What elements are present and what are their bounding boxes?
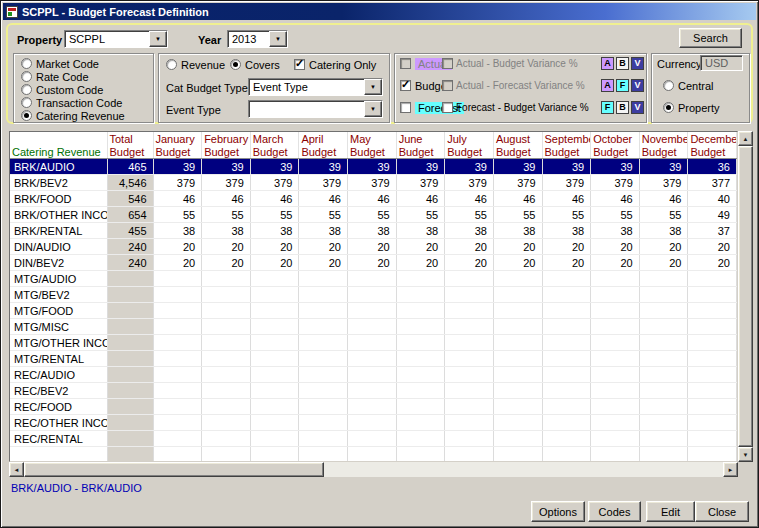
cell[interactable]: 20 <box>445 239 494 255</box>
cell[interactable] <box>542 303 591 319</box>
cell[interactable] <box>639 303 688 319</box>
cell[interactable] <box>348 351 397 367</box>
cell[interactable] <box>688 303 737 319</box>
checkbox-forecast-budget-variance[interactable]: Forecast - Budget Variance % FBV <box>442 101 644 114</box>
cell[interactable]: 455 <box>107 223 153 239</box>
cell[interactable] <box>153 415 202 431</box>
property-dropdown-button[interactable]: ▼ <box>149 31 167 47</box>
cell[interactable] <box>493 319 542 335</box>
row-label[interactable]: BRK/FOOD <box>10 191 107 207</box>
cell[interactable] <box>639 351 688 367</box>
cell[interactable] <box>445 319 494 335</box>
scroll-up-button[interactable]: ▲ <box>738 131 753 146</box>
cell[interactable]: 20 <box>348 255 397 271</box>
cell[interactable]: 46 <box>493 191 542 207</box>
cell[interactable]: 39 <box>445 159 494 175</box>
cell[interactable]: 379 <box>250 175 299 191</box>
cell[interactable] <box>445 271 494 287</box>
cell[interactable]: 20 <box>591 255 640 271</box>
cell[interactable] <box>348 319 397 335</box>
cell[interactable] <box>153 271 202 287</box>
cell[interactable]: 38 <box>202 223 251 239</box>
cell[interactable]: 55 <box>591 207 640 223</box>
cell[interactable] <box>107 383 153 399</box>
cell[interactable] <box>493 399 542 415</box>
radio-custom-code[interactable]: Custom Code <box>21 83 103 96</box>
cell[interactable]: 38 <box>299 223 348 239</box>
cell[interactable] <box>202 303 251 319</box>
cell[interactable] <box>396 383 445 399</box>
cell[interactable] <box>591 271 640 287</box>
horizontal-scroll-thumb[interactable] <box>24 462 324 477</box>
cell[interactable] <box>348 271 397 287</box>
row-label[interactable]: REC/BEV2 <box>10 383 107 399</box>
cell[interactable]: 46 <box>250 191 299 207</box>
cell[interactable] <box>250 335 299 351</box>
cell[interactable]: 465 <box>107 159 153 175</box>
cell[interactable] <box>299 399 348 415</box>
edit-button[interactable]: Edit <box>646 501 695 522</box>
cell[interactable]: 55 <box>639 207 688 223</box>
close-button[interactable]: Close <box>695 501 749 522</box>
cell[interactable]: 55 <box>445 207 494 223</box>
cell[interactable] <box>153 319 202 335</box>
cell[interactable]: 46 <box>542 191 591 207</box>
cell[interactable]: 379 <box>348 175 397 191</box>
cell[interactable] <box>153 335 202 351</box>
cell[interactable]: 46 <box>396 191 445 207</box>
radio-central[interactable]: Central <box>663 79 713 92</box>
cell[interactable]: 379 <box>493 175 542 191</box>
row-label[interactable]: MTG/FOOD <box>10 303 107 319</box>
cell[interactable]: 20 <box>493 239 542 255</box>
cell[interactable]: 36 <box>688 159 737 175</box>
horizontal-scrollbar[interactable]: ◄ ► <box>9 462 738 477</box>
cell[interactable]: 20 <box>348 239 397 255</box>
cat-budget-type-combo[interactable]: Event Type ▼ <box>248 78 383 96</box>
cell[interactable] <box>107 303 153 319</box>
cell[interactable] <box>688 415 737 431</box>
cell[interactable]: 55 <box>299 207 348 223</box>
cell[interactable] <box>542 415 591 431</box>
cell[interactable] <box>396 399 445 415</box>
cell[interactable] <box>639 399 688 415</box>
event-type-dropdown-button[interactable]: ▼ <box>364 101 382 117</box>
cell[interactable] <box>250 303 299 319</box>
cell[interactable] <box>396 271 445 287</box>
cell[interactable] <box>348 415 397 431</box>
cell[interactable]: 379 <box>639 175 688 191</box>
cell[interactable]: 240 <box>107 239 153 255</box>
cell[interactable] <box>202 351 251 367</box>
cell[interactable] <box>348 303 397 319</box>
cell[interactable] <box>107 351 153 367</box>
row-label[interactable]: REC/FOOD <box>10 399 107 415</box>
cell[interactable]: 4,546 <box>107 175 153 191</box>
cell[interactable] <box>493 335 542 351</box>
radio-catering-revenue[interactable]: Catering Revenue <box>21 109 125 122</box>
cell[interactable]: 379 <box>153 175 202 191</box>
cell[interactable] <box>639 431 688 447</box>
cell[interactable] <box>250 319 299 335</box>
cell[interactable]: 38 <box>153 223 202 239</box>
row-label[interactable]: MTG/MISC <box>10 319 107 335</box>
cell[interactable] <box>202 367 251 383</box>
cell[interactable] <box>299 335 348 351</box>
cell[interactable] <box>250 383 299 399</box>
cell[interactable]: 55 <box>250 207 299 223</box>
cell[interactable] <box>542 367 591 383</box>
cell[interactable] <box>202 399 251 415</box>
cell[interactable]: 38 <box>542 223 591 239</box>
cell[interactable]: 20 <box>299 255 348 271</box>
cell[interactable] <box>591 367 640 383</box>
cell[interactable] <box>202 415 251 431</box>
cell[interactable] <box>153 383 202 399</box>
cell[interactable]: 20 <box>445 255 494 271</box>
cell[interactable] <box>202 271 251 287</box>
cell[interactable]: 46 <box>639 191 688 207</box>
cell[interactable]: 55 <box>396 207 445 223</box>
cell[interactable] <box>493 351 542 367</box>
cell[interactable] <box>153 303 202 319</box>
cell[interactable]: 39 <box>639 159 688 175</box>
cell[interactable] <box>202 319 251 335</box>
cell[interactable] <box>107 271 153 287</box>
year-combo[interactable]: 2013 ▼ <box>227 30 288 48</box>
